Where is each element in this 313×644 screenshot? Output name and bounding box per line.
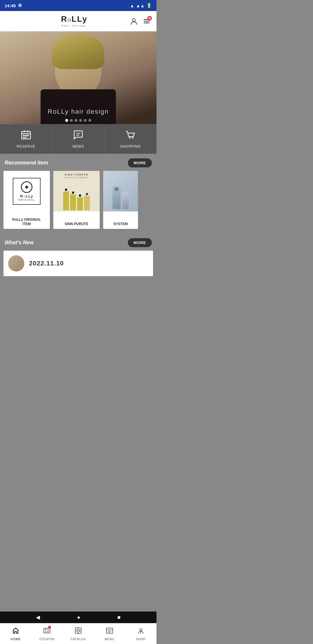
svg-rect-12 bbox=[25, 137, 27, 138]
quick-nav-news[interactable]: NEWS bbox=[52, 124, 104, 154]
dot-5[interactable] bbox=[84, 119, 87, 122]
recommend-more-button[interactable]: MORE bbox=[128, 158, 152, 167]
product-label-sinn: SINN PURUTE bbox=[53, 220, 100, 229]
reserve-icon bbox=[21, 130, 31, 142]
status-bar-right: ▲ ▲▲ 🔋 bbox=[130, 3, 152, 8]
recommend-header: Recommend Item MORE bbox=[0, 154, 156, 171]
whats-new-title: What's New bbox=[5, 240, 34, 246]
product-image-system bbox=[103, 171, 138, 211]
main-content: RoLLy hair design bbox=[0, 31, 156, 303]
signal-icon: ▲▲ bbox=[136, 3, 145, 8]
wifi-icon: ▲ bbox=[130, 3, 134, 8]
dot-3[interactable] bbox=[74, 119, 77, 122]
svg-rect-10 bbox=[27, 135, 29, 136]
logo-sub-text: hair design bbox=[62, 24, 87, 27]
svg-point-15 bbox=[129, 137, 131, 139]
svg-rect-11 bbox=[23, 137, 25, 138]
products-row: R○LLy ORIGINAL RoLLy ORIGINALITEM SINN P… bbox=[0, 171, 156, 234]
menu-button[interactable]: N bbox=[143, 17, 151, 25]
profile-button[interactable] bbox=[130, 17, 138, 25]
news-date: 2022.11.10 bbox=[29, 260, 64, 267]
app-logo: RoLLy hair design bbox=[61, 15, 87, 27]
news-label: NEWS bbox=[72, 144, 84, 149]
dot-2[interactable] bbox=[70, 119, 73, 122]
product-image-sinn: SINN PURETE natural & organics bbox=[53, 171, 100, 211]
notification-badge: N bbox=[147, 16, 152, 21]
whats-new-header: What's New MORE bbox=[0, 234, 156, 251]
product-card-rolly[interactable]: R○LLy ORIGINAL RoLLy ORIGINALITEM bbox=[3, 171, 50, 229]
battery-icon: 🔋 bbox=[146, 3, 152, 8]
quick-nav-shopping[interactable]: SHOPPING bbox=[105, 124, 156, 154]
news-icon bbox=[73, 130, 83, 142]
whats-new-section: What's New MORE 2022.11.10 bbox=[0, 234, 156, 276]
news-item[interactable]: 2022.11.10 bbox=[3, 251, 153, 276]
product-label-rolly: RoLLy ORIGINALITEM bbox=[3, 215, 50, 229]
whats-new-more-button[interactable]: MORE bbox=[128, 238, 152, 247]
hero-image: RoLLy hair design bbox=[0, 31, 156, 124]
dot-6[interactable] bbox=[88, 119, 91, 122]
quick-nav-reserve[interactable]: RESERVE bbox=[0, 124, 52, 154]
product-image-rolly: R○LLy ORIGINAL bbox=[3, 171, 50, 211]
news-avatar bbox=[8, 255, 24, 272]
product-label-system: SYSTEM bbox=[103, 220, 138, 229]
hero-carousel[interactable]: RoLLy hair design bbox=[0, 31, 156, 124]
quick-nav: RESERVE NEWS SHOPPING bbox=[0, 124, 156, 154]
product-card-sinn[interactable]: SINN PURETE natural & organics bbox=[53, 171, 100, 229]
app-header: RoLLy hair design N bbox=[0, 11, 156, 31]
shopping-icon bbox=[125, 130, 136, 142]
header-icons: N bbox=[130, 17, 151, 25]
svg-rect-8 bbox=[23, 135, 25, 136]
product-card-system[interactable]: SYSTEM bbox=[103, 171, 138, 229]
settings-icon: ⚙ bbox=[18, 3, 22, 8]
recommend-title: Recommend Item bbox=[5, 160, 48, 166]
status-time: 14:45 bbox=[5, 3, 16, 8]
hero-overlay-text: RoLLy hair design bbox=[48, 108, 109, 115]
svg-rect-9 bbox=[25, 135, 27, 136]
news-avatar-image bbox=[8, 255, 24, 272]
shopping-label: SHOPPING bbox=[120, 144, 141, 149]
rolly-mini-logo: R○LLy ORIGINAL bbox=[13, 178, 40, 205]
recommend-section: Recommend Item MORE R○LLy ORIGINAL RoLLy… bbox=[0, 154, 156, 234]
dot-1[interactable] bbox=[65, 119, 68, 122]
reserve-label: RESERVE bbox=[17, 144, 35, 149]
logo-main-text: RoLLy bbox=[61, 15, 87, 23]
dot-4[interactable] bbox=[79, 119, 82, 122]
svg-point-16 bbox=[132, 137, 134, 139]
bottles-display bbox=[63, 189, 90, 210]
status-bar-left: 14:45 ⚙ bbox=[5, 3, 22, 8]
carousel-dots bbox=[65, 119, 91, 122]
status-bar: 14:45 ⚙ ▲ ▲▲ 🔋 bbox=[0, 0, 156, 11]
svg-point-0 bbox=[132, 19, 135, 21]
